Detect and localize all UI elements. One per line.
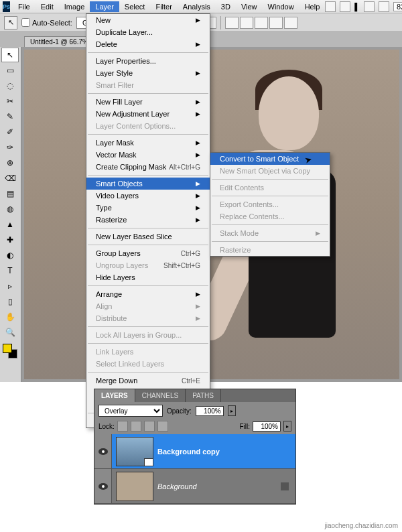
menu-item: Ungroup LayersShift+Ctrl+G	[86, 259, 210, 271]
tool-button[interactable]: ◐	[1, 248, 19, 263]
menubar-item-window[interactable]: Window	[263, 1, 299, 12]
opacity-field[interactable]: 100%	[196, 406, 224, 416]
menu-item-label: Align	[96, 302, 112, 310]
menu-item: Layer Content Options...	[86, 120, 210, 132]
menubar-item-view[interactable]: View	[236, 1, 263, 12]
submenu-arrow-icon: ▶	[196, 151, 200, 158]
menu-item[interactable]: Smart Objects▶	[86, 178, 210, 190]
tool-button[interactable]: ✎	[1, 109, 19, 124]
tool-button[interactable]: 🔍	[1, 325, 19, 340]
tool-button[interactable]: ✚	[1, 232, 19, 247]
arrange-2-icon[interactable]	[240, 17, 253, 29]
menu-separator	[88, 93, 208, 94]
tool-button[interactable]: ✂	[1, 94, 19, 109]
arrange-5-icon[interactable]	[284, 17, 297, 29]
menu-item[interactable]: Arrange▶	[86, 288, 210, 300]
tool-button[interactable]: ⊕	[1, 155, 19, 170]
menu-item[interactable]: Video Layers▶	[86, 190, 210, 202]
menu-separator	[212, 241, 328, 242]
menu-separator	[88, 134, 208, 135]
layer-row[interactable]: Background	[94, 469, 295, 504]
screen-mode-icon[interactable]	[364, 1, 375, 12]
tool-button[interactable]: ▲	[1, 217, 19, 232]
color-swatches[interactable]	[3, 344, 17, 358]
menu-item[interactable]: Merge DownCtrl+E	[86, 375, 210, 387]
tool-button[interactable]: ▯	[1, 294, 19, 309]
menu-item[interactable]: New▶	[86, 14, 210, 26]
menubar-item-file[interactable]: File	[13, 1, 36, 12]
layer-thumbnail[interactable]	[116, 472, 153, 501]
panel-tab-paths[interactable]: PATHS	[186, 389, 221, 402]
opacity-arrow-icon[interactable]: ▸	[228, 405, 236, 416]
watermark: jiaocheng.chazidian.com	[324, 522, 398, 529]
tool-button[interactable]: ▹	[1, 279, 19, 293]
menu-item[interactable]: New Layer Based Slice	[86, 230, 210, 243]
menubar-item-image[interactable]: Image	[59, 1, 90, 12]
arrange-icon[interactable]	[379, 1, 389, 12]
menu-item[interactable]: New Adjustment Layer▶	[86, 108, 210, 120]
menu-item-label: Export Contents...	[220, 200, 279, 208]
tool-button[interactable]: ▭	[1, 63, 19, 78]
menu-item-label: Smart Filter	[96, 81, 134, 89]
menubar-item-help[interactable]: Help	[299, 1, 326, 12]
menu-item[interactable]: Rasterize▶	[86, 214, 210, 226]
tool-button[interactable]: ⌫	[1, 171, 19, 186]
layer-thumbnail[interactable]	[116, 437, 153, 466]
fill-arrow-icon[interactable]: ▸	[283, 421, 291, 431]
arrange-1-icon[interactable]	[225, 17, 239, 29]
menubar-item-edit[interactable]: Edit	[36, 1, 59, 12]
menubar-item-analysis[interactable]: Analysis	[178, 1, 216, 12]
lock-position-icon[interactable]	[144, 421, 155, 431]
arrange-4-icon[interactable]	[269, 17, 283, 29]
menu-item[interactable]: New Fill Layer▶	[86, 96, 210, 108]
tool-button[interactable]: ◌	[1, 78, 19, 93]
tool-button[interactable]: ✐	[1, 125, 19, 139]
lock-transparency-icon[interactable]	[117, 421, 128, 431]
fill-field[interactable]: 100%	[253, 421, 281, 431]
menu-item[interactable]: Vector Mask▶	[86, 149, 210, 161]
layer-name[interactable]: Background	[157, 482, 197, 490]
bridge-icon[interactable]	[325, 1, 336, 12]
menu-item[interactable]: Duplicate Layer...	[86, 26, 210, 38]
menubar-item-select[interactable]: Select	[119, 1, 151, 12]
auto-select-checkbox[interactable]	[21, 18, 30, 27]
menubar-item-3d[interactable]: 3D	[216, 1, 236, 12]
menu-item[interactable]: Create Clipping MaskAlt+Ctrl+G	[86, 161, 210, 173]
tool-button[interactable]: T	[1, 263, 19, 278]
layer-name[interactable]: Background copy	[157, 448, 220, 456]
visibility-toggle[interactable]	[94, 434, 112, 468]
menubar-item-filter[interactable]: Filter	[150, 1, 177, 12]
menu-item[interactable]: Layer Properties...	[86, 55, 210, 67]
menu-item[interactable]: Group LayersCtrl+G	[86, 247, 210, 259]
panel-tab-layers[interactable]: LAYERS	[94, 389, 135, 402]
foreground-color-swatch[interactable]	[3, 344, 12, 353]
menu-item[interactable]: Delete▶	[86, 38, 210, 50]
menubar-item-layer[interactable]: Layer	[90, 1, 119, 12]
menu-item-label: Edit Contents	[220, 184, 264, 192]
arrange-3-icon[interactable]	[255, 17, 268, 29]
zoom-value[interactable]: 82.9	[393, 2, 402, 11]
menu-separator	[88, 245, 208, 245]
submenu-arrow-icon: ▶	[316, 230, 320, 237]
layer-row[interactable]: Background copy	[94, 434, 295, 469]
menu-item: Edit Contents	[210, 182, 330, 194]
lock-pixels-icon[interactable]	[131, 421, 141, 431]
blend-mode-select[interactable]: Overlay	[98, 405, 163, 417]
menu-item[interactable]: Type▶	[86, 202, 210, 214]
menu-item[interactable]: Layer Mask▶	[86, 137, 210, 149]
tool-button[interactable]: ✋	[1, 310, 19, 324]
move-tool-preset[interactable]: ↖	[4, 16, 17, 29]
auto-select-check[interactable]: Auto-Select:	[21, 18, 72, 27]
tool-button[interactable]: ◍	[1, 202, 19, 216]
visibility-toggle[interactable]	[94, 469, 112, 503]
menu-item-label: Layer Content Options...	[96, 122, 176, 130]
tool-button[interactable]: ↖	[1, 48, 19, 62]
lock-all-icon[interactable]	[157, 421, 168, 431]
menu-item[interactable]: Hide Layers	[86, 271, 210, 283]
panel-tab-channels[interactable]: CHANNELS	[135, 389, 186, 402]
history-icon[interactable]	[340, 1, 350, 12]
tool-button[interactable]: ▤	[1, 186, 19, 201]
menu-item[interactable]: Layer Style▶	[86, 67, 210, 79]
layers-blend-row: Overlay Opacity: 100% ▸	[94, 402, 295, 419]
tool-button[interactable]: ✑	[1, 140, 19, 155]
